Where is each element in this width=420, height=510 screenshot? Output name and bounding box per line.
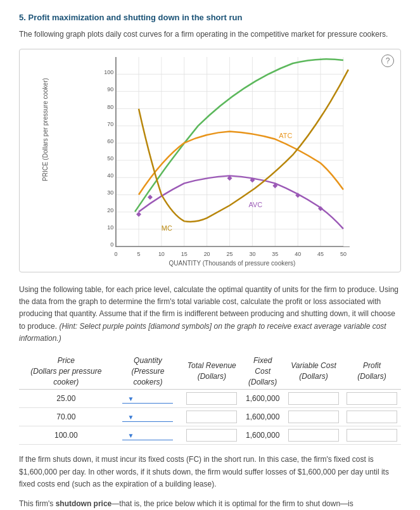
svg-text:10: 10 — [107, 224, 113, 231]
svg-text:0: 0 — [114, 251, 117, 257]
question-title: 5. Profit maximization and shutting down… — [19, 13, 401, 22]
total-revenue-100[interactable] — [182, 426, 241, 445]
fixed-cost-100: 1,600,000 — [241, 426, 284, 445]
col-header-fixed: Fixed Cost(Dollars) — [241, 354, 284, 390]
chart-svg: 0 10 20 30 40 50 60 70 80 90 100 0 5 10 … — [115, 57, 350, 247]
col-header-quantity: Quantity(Pressure cookers) — [113, 354, 183, 390]
quantity-dropdown-70[interactable]: ▼ — [113, 408, 183, 426]
svg-text:80: 80 — [107, 104, 113, 110]
svg-text:20: 20 — [203, 251, 210, 257]
svg-text:70: 70 — [107, 121, 113, 127]
svg-text:30: 30 — [107, 189, 113, 196]
atc-label: ATC — [279, 132, 292, 139]
col-header-price: Price(Dollars per pressure cooker) — [19, 354, 113, 390]
svg-text:50: 50 — [107, 155, 113, 162]
col-header-profit: Profit(Dollars) — [343, 354, 401, 390]
profit-25[interactable] — [343, 390, 401, 408]
green-curve — [135, 59, 343, 212]
svg-text:40: 40 — [107, 172, 113, 179]
quantity-dropdown-100[interactable]: ▼ — [113, 426, 183, 445]
avc-label: AVC — [248, 201, 262, 208]
price-25: 25.00 — [19, 390, 113, 408]
total-revenue-25[interactable] — [182, 390, 241, 408]
dropdown-arrow-70[interactable]: ▼ — [127, 414, 134, 421]
svg-text:30: 30 — [249, 251, 255, 257]
svg-text:25: 25 — [226, 251, 232, 257]
svg-text:10: 10 — [158, 251, 164, 257]
svg-text:40: 40 — [295, 251, 301, 257]
fixed-cost-70: 1,600,000 — [241, 408, 284, 426]
question-description: The following graph plots daily cost cur… — [19, 29, 401, 40]
table-row: 70.00 ▼ 1,600,000 — [19, 408, 401, 426]
svg-text:100: 100 — [104, 69, 113, 75]
variable-cost-25[interactable] — [284, 390, 343, 408]
dropdown-arrow-100[interactable]: ▼ — [127, 432, 134, 439]
y-axis-label: PRICE (Dollars per pressure cooker) — [42, 143, 49, 181]
col-header-revenue: Total Revenue(Dollars) — [182, 354, 241, 390]
variable-cost-70[interactable] — [284, 408, 343, 426]
svg-text:60: 60 — [107, 138, 113, 144]
variable-cost-100[interactable] — [284, 426, 343, 445]
profit-100[interactable] — [343, 426, 401, 445]
avc-curve — [138, 175, 343, 229]
graph-container: ? PRICE (Dollars per pressure cooker) — [19, 49, 401, 272]
svg-text:50: 50 — [340, 251, 346, 257]
profit-70[interactable] — [343, 408, 401, 426]
shutdown-price-line: This firm's shutdown price—that is, the … — [19, 498, 401, 510]
svg-text:5: 5 — [137, 251, 140, 257]
svg-text:45: 45 — [317, 251, 324, 257]
price-100: 100.00 — [19, 426, 113, 445]
data-table: Price(Dollars per pressure cooker) Quant… — [19, 354, 401, 445]
bottom-text-1: If the firm shuts down, it must incur it… — [19, 454, 401, 490]
chart-wrapper: PRICE (Dollars per pressure cooker) — [26, 57, 394, 267]
price-70: 70.00 — [19, 408, 113, 426]
diamond-point-1[interactable] — [136, 212, 141, 217]
svg-text:35: 35 — [272, 251, 278, 257]
x-axis-label: QUANTITY (Thousands of pressure cookers) — [169, 260, 296, 267]
svg-text:0: 0 — [110, 241, 113, 248]
mc-curve — [138, 70, 348, 222]
svg-text:20: 20 — [107, 207, 113, 214]
total-revenue-70[interactable] — [182, 408, 241, 426]
col-header-variable: Variable Cost(Dollars) — [284, 354, 343, 390]
dropdown-arrow-25[interactable]: ▼ — [127, 395, 134, 402]
table-row: 25.00 ▼ 1,600,000 — [19, 390, 401, 408]
quantity-dropdown-25[interactable]: ▼ — [113, 390, 183, 408]
instructions-text: Using the following table, for each pric… — [19, 284, 401, 345]
diamond-point-2[interactable] — [147, 194, 152, 200]
table-row: 100.00 ▼ 1,600,000 — [19, 426, 401, 445]
mc-label: MC — [161, 224, 172, 232]
svg-text:15: 15 — [181, 251, 187, 257]
fixed-cost-25: 1,600,000 — [241, 390, 284, 408]
svg-text:90: 90 — [107, 86, 113, 92]
